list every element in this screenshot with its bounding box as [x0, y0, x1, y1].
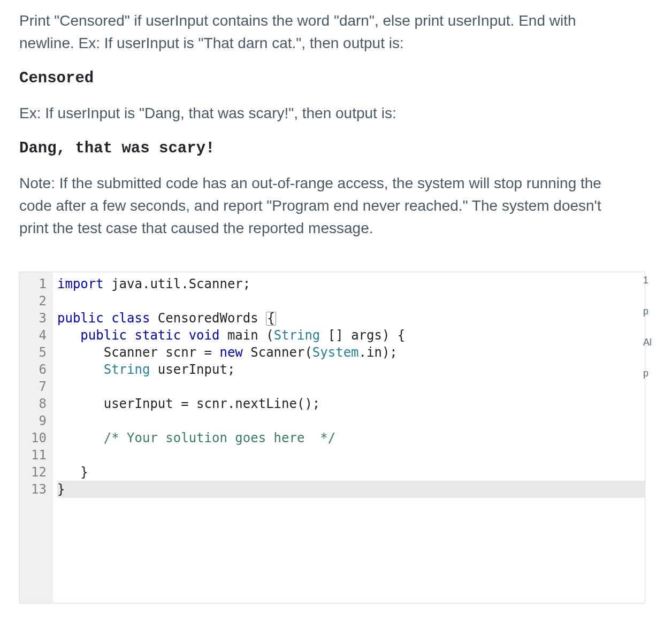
- line-number: 5: [20, 344, 49, 361]
- line-number: 9: [20, 412, 49, 429]
- example2-prompt: Ex: If userInput is "Dang, that was scar…: [19, 102, 633, 125]
- line-number: 10: [20, 429, 49, 447]
- code-editor[interactable]: 12345678910111213 import java.util.Scann…: [19, 272, 645, 603]
- cropped-fragment: Al: [643, 335, 653, 350]
- line-number: 11: [20, 447, 49, 464]
- code-line[interactable]: userInput = scnr.nextLine();: [57, 395, 645, 412]
- line-number: 2: [20, 293, 49, 310]
- code-line[interactable]: Scanner scnr = new Scanner(System.in);: [57, 344, 645, 361]
- cropped-right-edge: 1pAlp: [643, 273, 653, 397]
- code-line[interactable]: public class CensoredWords {: [57, 310, 645, 327]
- line-number: 1: [20, 275, 49, 293]
- code-line[interactable]: [57, 293, 645, 310]
- code-line[interactable]: [57, 412, 645, 429]
- line-number: 13: [20, 481, 49, 498]
- line-number: 7: [20, 378, 49, 395]
- code-line[interactable]: }: [57, 464, 645, 481]
- line-number-gutter: 12345678910111213: [20, 272, 53, 603]
- line-number: 4: [20, 327, 49, 344]
- code-line[interactable]: String userInput;: [57, 361, 645, 378]
- line-number: 3: [20, 310, 49, 327]
- code-line[interactable]: /* Your solution goes here */: [57, 429, 645, 447]
- code-line[interactable]: }: [57, 481, 645, 498]
- code-line[interactable]: [57, 378, 645, 395]
- problem-intro: Print "Censored" if userInput contains t…: [19, 10, 633, 55]
- line-number: 6: [20, 361, 49, 378]
- problem-note: Note: If the submitted code has an out-o…: [19, 172, 633, 240]
- code-line[interactable]: import java.util.Scanner;: [57, 275, 645, 293]
- example1-output: Censored: [19, 70, 633, 87]
- code-line[interactable]: public static void main (String [] args)…: [57, 327, 645, 344]
- problem-page: Print "Censored" if userInput contains t…: [0, 0, 653, 603]
- line-number: 12: [20, 464, 49, 481]
- line-number: 8: [20, 395, 49, 412]
- cropped-fragment: 1: [643, 273, 653, 288]
- cropped-fragment: p: [643, 366, 653, 381]
- cropped-fragment: p: [643, 304, 653, 319]
- example2-output: Dang, that was scary!: [19, 140, 633, 157]
- code-area[interactable]: import java.util.Scanner;public class Ce…: [53, 272, 645, 603]
- code-line[interactable]: [57, 447, 645, 464]
